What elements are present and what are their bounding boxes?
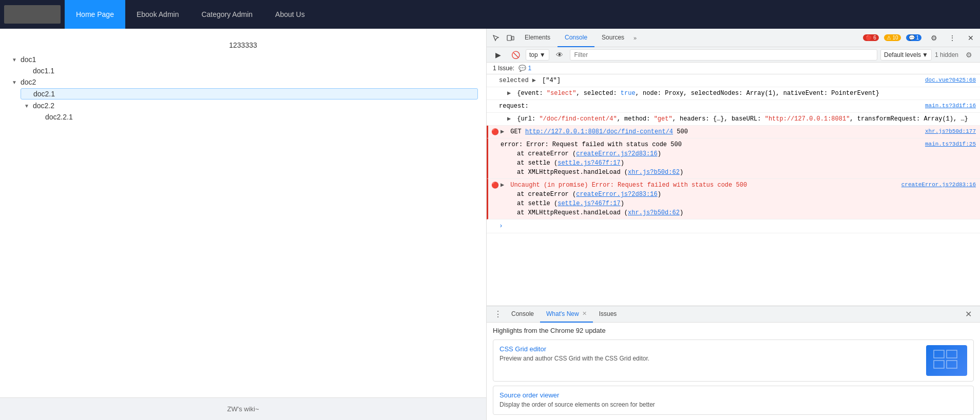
top-selector[interactable]: top ▼	[526, 49, 549, 61]
left-panel: 1233333 ▼ doc1 doc1.1	[0, 29, 487, 420]
link-createError-16[interactable]: createError.js?2d83:16	[576, 150, 657, 157]
tree-node-doc1-1: doc1.1	[21, 66, 478, 76]
tree-label-doc1-1: doc1.1	[33, 67, 54, 75]
feature-img-css-grid	[926, 345, 967, 376]
default-levels-btn[interactable]: Default levels ▼	[880, 49, 932, 61]
tree-node-row-doc2-1[interactable]: doc2.1	[21, 88, 478, 99]
link-main-ts-request[interactable]: main.ts?3d1f:16	[925, 102, 976, 110]
link-settle-uncaught[interactable]: settle.js?467f:17	[558, 200, 620, 207]
tree-node-row-doc2-2-1[interactable]: doc2.2.1	[33, 112, 478, 122]
device-toolbar-btn[interactable]	[503, 31, 517, 45]
tree-label-doc2-1: doc2.1	[33, 90, 55, 98]
bottom-panel: ⋮ Console What's New ✕ Issues ✕ Highligh…	[487, 306, 980, 420]
tree-label-doc2: doc2	[21, 78, 36, 86]
tree-node-doc2: ▼ doc2 doc2.1 ▼ doc2.2	[8, 77, 478, 122]
execute-btn[interactable]: ▶	[491, 48, 505, 62]
expand-arrow-doc2-2-1	[35, 113, 43, 121]
tree-node-doc2-2-1: doc2.2.1	[33, 112, 478, 122]
expand-arrow-doc2[interactable]: ▼	[10, 78, 18, 86]
top-selector-chevron: ▼	[540, 51, 546, 58]
prompt-chevron: ›	[499, 221, 503, 231]
navbar-item-about[interactable]: About Us	[264, 0, 316, 29]
tree-node-row-doc1-1[interactable]: doc1.1	[21, 66, 478, 76]
expand-request-obj[interactable]: ▶	[507, 114, 513, 124]
devtools-close-btn[interactable]: ✕	[964, 31, 978, 45]
main-layout: 1233333 ▼ doc1 doc1.1	[0, 29, 980, 420]
devtools-toolbar2: ▶ 🚫 top ▼ 👁 Default levels ▼ 1 hidden ⚙	[487, 47, 980, 63]
link-createError-uncaught-2[interactable]: createError.js?2d83:16	[576, 191, 657, 198]
whats-new-close-x[interactable]: ✕	[582, 310, 587, 317]
navbar-item-category[interactable]: Category Admin	[190, 0, 264, 29]
bottom-content: Highlights from the Chrome 92 update CSS…	[487, 323, 980, 420]
console-output: doc.vue?0425:68 selected ▶ ["4"] ▶ {even…	[487, 74, 980, 306]
link-settle-17[interactable]: settle.js?467f:17	[558, 159, 620, 167]
tree-node-doc2-2: ▼ doc2.2 doc2.2.1	[21, 101, 478, 122]
devtools-tab-sources[interactable]: Sources	[594, 29, 631, 47]
navbar-item-ebook[interactable]: Ebook Admin	[125, 0, 190, 29]
expand-arrow-doc1-1	[23, 67, 31, 75]
svg-rect-3	[947, 350, 957, 358]
bottom-tab-issues[interactable]: Issues	[593, 306, 623, 323]
link-doc-vue[interactable]: doc.vue?0425:68	[925, 76, 976, 85]
center-number: 1233333	[8, 37, 478, 53]
console-entry-request: main.ts?3d1f:16 request:	[487, 100, 980, 113]
expand-get500[interactable]: ▶	[501, 127, 507, 136]
bottom-menu-btn[interactable]: ⋮	[491, 307, 505, 322]
tree-node-row-doc2-2[interactable]: ▼ doc2.2	[21, 101, 478, 111]
bottom-panel-close-btn[interactable]: ✕	[961, 309, 976, 319]
navbar-item-home[interactable]: Home Page	[65, 0, 125, 29]
tree-node-row-doc2[interactable]: ▼ doc2	[8, 77, 478, 87]
eye-btn[interactable]: 👁	[552, 48, 567, 62]
bottom-tab-whats-new[interactable]: What's New ✕	[540, 306, 593, 323]
expand-arrow-doc1[interactable]: ▼	[10, 55, 18, 64]
bottom-tab-bar: ⋮ Console What's New ✕ Issues ✕	[487, 306, 980, 323]
svg-rect-1	[512, 36, 514, 40]
link-xhr-uncaught[interactable]: xhr.js?b50d:62	[628, 209, 680, 216]
tree-content: 1233333 ▼ doc1 doc1.1	[0, 29, 486, 397]
navbar: Home Page Ebook Admin Category Admin Abo…	[0, 0, 980, 29]
warning-badge: ⚠ 10	[884, 34, 901, 41]
filter-input[interactable]	[570, 49, 877, 61]
highlights-title: Highlights from the Chrome 92 update	[493, 327, 974, 334]
error-icon-1: 🔴	[491, 128, 499, 137]
devtools-tab-elements[interactable]: Elements	[517, 29, 558, 47]
feature-title-css-grid[interactable]: CSS Grid editor	[499, 345, 921, 353]
message-badge: 💬 1	[906, 34, 921, 41]
issues-label: 1 Issue:	[493, 65, 514, 72]
link-createError-uncaught[interactable]: createError.js?2d83:16	[901, 181, 976, 189]
console-entry-selected-obj: ▶ {event: "select", selected: true, node…	[487, 87, 980, 100]
devtools-tab-console[interactable]: Console	[558, 29, 594, 47]
console-entry-request-obj: ▶ {url: "/doc/find-content/4", method: "…	[487, 113, 980, 126]
hidden-count: 1 hidden	[935, 51, 958, 58]
expand-arrow-doc2-2[interactable]: ▼	[23, 102, 31, 110]
more-tabs-btn[interactable]: »	[631, 35, 639, 41]
expand-uncaught[interactable]: ▶	[501, 181, 507, 190]
console-settings-btn[interactable]: ⚙	[962, 48, 976, 62]
tree-node-row-doc1[interactable]: ▼ doc1	[8, 54, 478, 65]
link-main-ts-25[interactable]: main.ts?3d1f:25	[925, 140, 976, 149]
link-xhr-177[interactable]: xhr.js?b50d:177	[925, 127, 976, 136]
stop-btn[interactable]: 🚫	[508, 48, 523, 62]
error-icon-2: 🔴	[491, 181, 499, 190]
bottom-tab-console[interactable]: Console	[505, 306, 540, 323]
tree-node-doc2-1: doc2.1	[21, 88, 478, 99]
link-get-500[interactable]: http://127.0.0.1:8081/doc/find-content/4	[525, 128, 673, 135]
expand-selected-obj[interactable]: ▶	[507, 89, 513, 98]
console-content-area: doc.vue?0425:68 selected ▶ ["4"] ▶ {even…	[487, 74, 980, 420]
devtools-settings-btn[interactable]: ⚙	[927, 31, 941, 45]
link-xhr-62[interactable]: xhr.js?b50d:62	[628, 169, 680, 176]
issues-count-link[interactable]: 💬 1	[518, 65, 531, 72]
feature-card-text-css-grid: CSS Grid editor Preview and author CSS G…	[499, 345, 921, 363]
tree-children-doc2: doc2.1 ▼ doc2.2 doc2.2.1	[21, 88, 478, 122]
devtools-more-btn[interactable]: ⋮	[945, 31, 959, 45]
console-input[interactable]	[505, 223, 976, 230]
expand-selected[interactable]: ▶	[532, 76, 539, 85]
tree-children-doc1: doc1.1	[21, 66, 478, 76]
svg-rect-4	[934, 361, 944, 368]
svg-rect-2	[934, 350, 944, 358]
inspect-element-btn[interactable]	[489, 31, 503, 45]
console-entry-get-500: 🔴 ▶ GET http://127.0.0.1:8081/doc/find-c…	[487, 126, 980, 138]
feature-title-source-order[interactable]: Source order viewer	[499, 391, 967, 399]
tree-label-doc1: doc1	[21, 55, 36, 64]
devtools-toolbar: Elements Console Sources » 🔴 6 ⚠ 10 💬 1 …	[487, 29, 980, 47]
